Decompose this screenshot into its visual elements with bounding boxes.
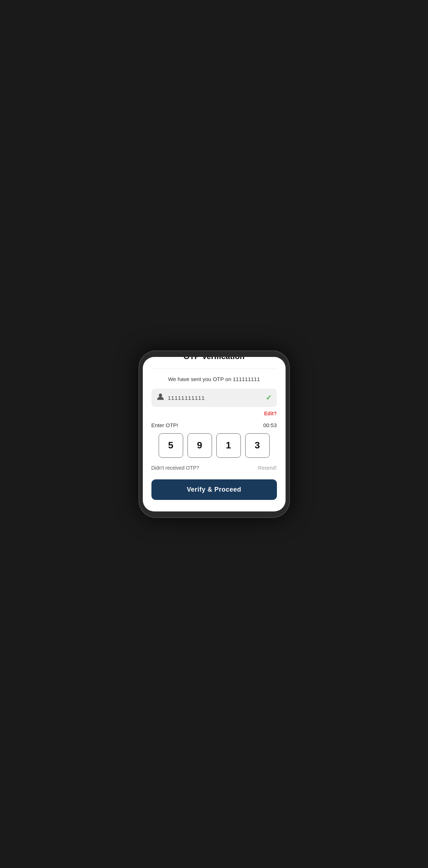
otp-modal: OTP Verification We have sent you OTP on… (143, 357, 286, 511)
otp-digit-3[interactable]: 1 (216, 433, 241, 458)
otp-row-header: Enter OTP! 00:53 (151, 422, 277, 428)
resend-button[interactable]: Resend! (258, 465, 277, 471)
phone-frame: 📶 ▲▲ 🔋 12:29 ☰ 📍 4142, Kunj Society, Alk… (138, 350, 290, 518)
otp-boxes: 5 9 1 3 (151, 433, 277, 458)
enter-otp-label: Enter OTP! (151, 422, 178, 428)
otp-digit-4[interactable]: 3 (245, 433, 270, 458)
person-icon (156, 393, 164, 403)
edit-link[interactable]: Edit? (151, 411, 277, 416)
modal-divider (151, 368, 277, 369)
svg-point-15 (159, 393, 162, 397)
modal-overlay: OTP Verification We have sent you OTP on… (143, 357, 286, 511)
otp-digit-1[interactable]: 5 (159, 433, 183, 458)
resend-row: Didn't received OTP? Resend! (151, 465, 277, 471)
modal-title: OTP Verification (151, 357, 277, 361)
otp-sent-message: We have sent you OTP on 111111111 (151, 376, 277, 382)
phone-number-display: 11111111111 (168, 395, 262, 401)
check-icon: ✓ (266, 393, 272, 402)
otp-timer: 00:53 (263, 422, 277, 428)
phone-screen: 📶 ▲▲ 🔋 12:29 ☰ 📍 4142, Kunj Society, Alk… (143, 357, 286, 511)
phone-input-row: 11111111111 ✓ (151, 389, 277, 407)
verify-proceed-button[interactable]: Verify & Proceed (151, 479, 277, 500)
otp-digit-2[interactable]: 9 (187, 433, 212, 458)
didnt-receive-text: Didn't received OTP? (151, 465, 199, 471)
